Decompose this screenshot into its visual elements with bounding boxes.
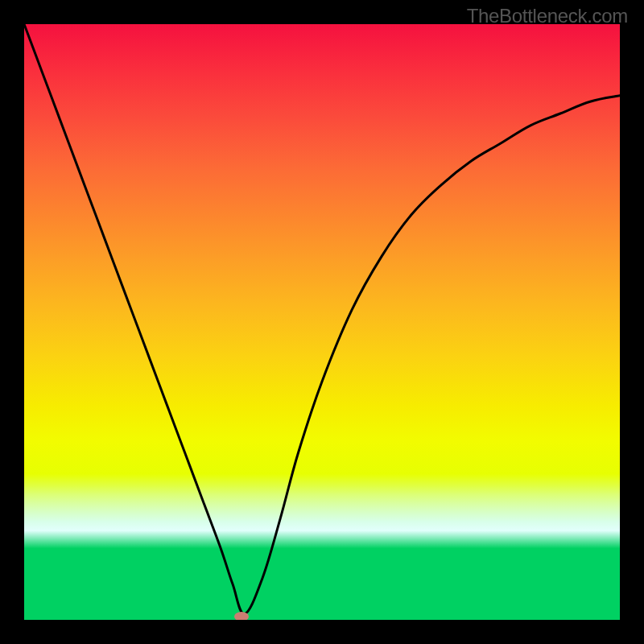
chart-frame: TheBottleneck.com [0, 0, 644, 644]
plot-area [24, 24, 620, 620]
bottleneck-curve [24, 24, 620, 614]
optimal-marker [234, 612, 249, 620]
curve-svg [24, 24, 620, 620]
